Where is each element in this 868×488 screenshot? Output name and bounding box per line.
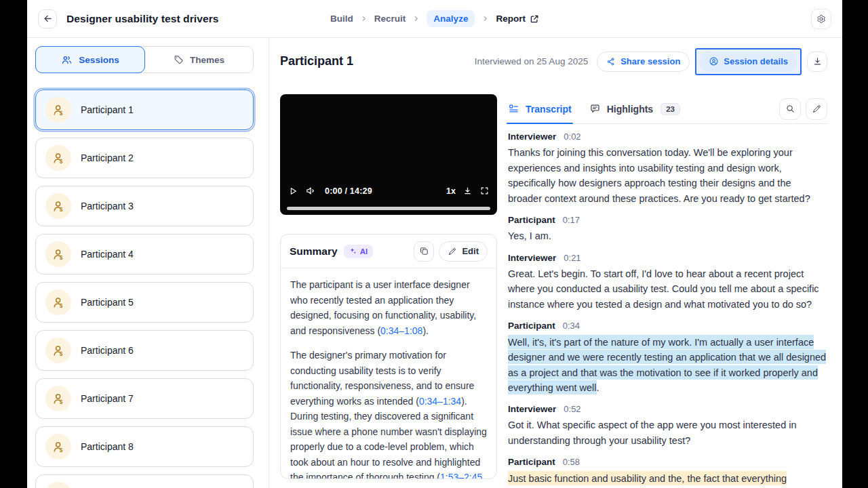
summary-text: ). (422, 325, 429, 336)
participant-avatar-icon: $ (45, 193, 71, 219)
share-icon (606, 57, 616, 66)
transcript-text: Got it. What specific aspect of the app … (508, 418, 827, 448)
page-title: Designer usability test drivers (66, 13, 219, 25)
speaker-name: Participant (508, 457, 555, 467)
participant-avatar-icon: $ (45, 434, 71, 460)
participant-label: Participant 4 (81, 249, 134, 260)
participant-card[interactable]: $Participant 8 (35, 426, 254, 467)
video-player[interactable]: 0:00 / 14:29 1x (280, 94, 497, 215)
transcript-entry: Participant0:58Just basic function and u… (508, 457, 827, 486)
transcript-entry: Interviewer0:52Got it. What specific asp… (508, 404, 827, 448)
summary-text: , (482, 472, 485, 479)
pencil-icon (448, 247, 457, 256)
transcript-entry: Participant0:34Well, it's, it's part of … (508, 321, 827, 395)
sparkle-icon (349, 247, 357, 255)
transcript-text: Yes, I am. (508, 228, 827, 244)
summary-text: ). During testing, they discovered a sig… (290, 396, 487, 480)
svg-text:$: $ (59, 398, 62, 405)
session-title: Participant 1 (280, 54, 353, 68)
fullscreen-icon[interactable] (479, 186, 490, 196)
participant-card[interactable]: $Participant 5 (35, 282, 254, 323)
transcript-entry: Participant0:17Yes, I am. (508, 215, 827, 244)
participant-avatar-icon: $ (45, 241, 71, 267)
copy-icon (419, 246, 429, 256)
participant-card[interactable]: $Participant 7 (35, 378, 254, 419)
participant-card[interactable]: $Participant 6 (35, 330, 254, 371)
search-transcript-button[interactable] (779, 98, 801, 120)
svg-text:$: $ (59, 109, 62, 116)
speaker-name: Participant (508, 215, 555, 225)
people-icon (61, 54, 73, 66)
video-controls: 0:00 / 14:29 1x (288, 185, 490, 197)
volume-icon[interactable] (305, 185, 317, 197)
timestamp-link[interactable]: 0:34–1:34 (419, 396, 461, 407)
download-session-button[interactable] (807, 52, 827, 72)
svg-text:$: $ (59, 157, 62, 164)
ai-badge: AI (344, 245, 374, 258)
timestamp-link[interactable]: 1:53–2:45 (440, 472, 482, 479)
highlight-span[interactable]: Well, it's, it's part of the nature of m… (508, 335, 826, 395)
entry-timestamp[interactable]: 0:34 (563, 321, 580, 331)
speaker-name: Interviewer (508, 131, 556, 142)
breadcrumb-report[interactable]: Report (496, 14, 539, 24)
participant-avatar-icon: $ (45, 289, 71, 315)
participant-card-partial[interactable]: $ (35, 474, 254, 488)
speaker-name: Participant (508, 321, 555, 331)
video-download-icon[interactable] (462, 186, 473, 196)
transcript-text: Thanks for joining this conversation tod… (508, 145, 827, 206)
back-button[interactable] (38, 9, 57, 28)
selection-highlight-box: Session details (695, 48, 802, 75)
breadcrumb-recruit[interactable]: Recruit (374, 14, 406, 24)
transcript-entry: Interviewer0:02Thanks for joining this c… (508, 131, 827, 206)
share-session-button[interactable]: Share session (597, 52, 690, 72)
participant-label: Participant 2 (81, 152, 134, 163)
highlight-span[interactable]: Just basic function and usability and th… (508, 471, 787, 485)
main-panel: Participant 1 Interviewed on 25 Aug 2025… (269, 38, 842, 488)
entry-timestamp[interactable]: 0:21 (564, 253, 580, 263)
summary-paragraph: The participant is a user interface desi… (290, 277, 487, 338)
breadcrumb-build[interactable]: Build (330, 14, 353, 24)
transcript-text: Great. Let's begin. To start off, I'd lo… (508, 266, 827, 312)
tab-themes[interactable]: Themes (144, 47, 253, 73)
video-progress-bar[interactable] (287, 207, 490, 210)
svg-text:$: $ (59, 446, 62, 453)
sidebar-tab-group: Sessions Themes (35, 46, 254, 73)
transcript-list-icon (508, 103, 519, 115)
participant-card[interactable]: $Participant 4 (35, 234, 254, 274)
session-details-button[interactable]: Session details (699, 52, 797, 72)
svg-text:$: $ (59, 205, 62, 212)
tab-highlights[interactable]: Highlights 23 (589, 94, 680, 123)
participant-card[interactable]: $Participant 3 (35, 186, 254, 226)
play-icon[interactable] (288, 186, 298, 197)
copy-summary-button[interactable] (414, 241, 434, 262)
participant-card[interactable]: $Participant 1 (35, 89, 254, 130)
breadcrumb-analyze-active[interactable]: Analyze (427, 10, 475, 27)
chevron-right-icon (412, 14, 420, 23)
screen: Designer usability test drivers Build Re… (0, 0, 868, 488)
tab-sessions[interactable]: Sessions (35, 46, 145, 73)
svg-text:$: $ (59, 253, 62, 260)
transcript-text-tail: . (597, 382, 599, 393)
participant-avatar-icon: $ (45, 97, 71, 123)
person-circle-icon (709, 56, 719, 66)
entry-timestamp[interactable]: 0:58 (563, 457, 580, 467)
summary-title: Summary (290, 245, 338, 258)
edit-transcript-button[interactable] (806, 98, 827, 120)
svg-text:$: $ (59, 350, 62, 357)
tab-transcript[interactable]: Transcript (508, 94, 572, 123)
timestamp-link[interactable]: 0:34–1:08 (380, 325, 422, 336)
edit-summary-button[interactable]: Edit (439, 241, 488, 262)
entry-timestamp[interactable]: 0:17 (563, 215, 580, 225)
speaker-name: Interviewer (508, 404, 556, 414)
tag-icon (173, 54, 184, 65)
entry-timestamp[interactable]: 0:52 (564, 404, 580, 414)
playback-speed[interactable]: 1x (446, 186, 456, 196)
participant-card[interactable]: $Participant 2 (35, 138, 254, 178)
settings-button[interactable] (811, 9, 831, 29)
summary-card: Summary AI (280, 234, 497, 479)
external-link-icon (530, 14, 539, 24)
back-arrow-icon (43, 14, 53, 24)
transcript-text: Just basic function and usability and th… (508, 470, 827, 486)
participant-avatar-icon: $ (45, 338, 71, 363)
entry-timestamp[interactable]: 0:02 (564, 131, 580, 142)
